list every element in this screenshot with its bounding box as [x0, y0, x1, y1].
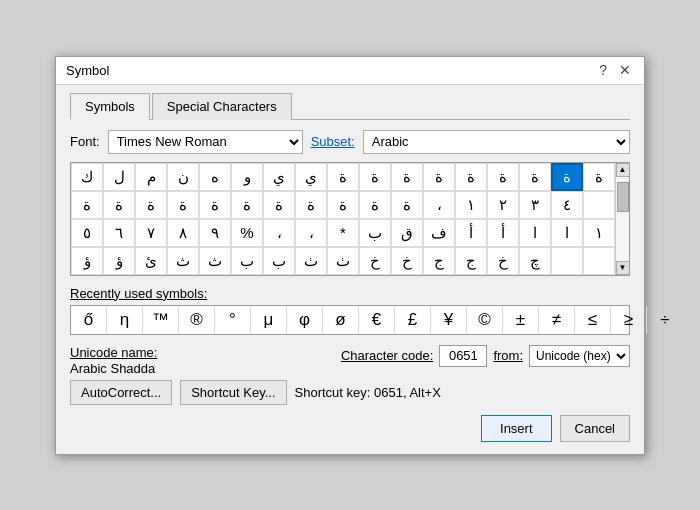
symbol-cell[interactable]: أ [487, 219, 519, 247]
shortcut-key-button[interactable]: Shortcut Key... [180, 380, 286, 405]
symbol-cell[interactable]: ١ [583, 219, 615, 247]
symbol-cell[interactable]: ق [391, 219, 423, 247]
symbol-cell[interactable]: ة [71, 191, 103, 219]
symbol-cell[interactable]: ب [231, 247, 263, 275]
symbol-cell[interactable]: خ [391, 247, 423, 275]
symbol-cell[interactable]: چ [519, 247, 551, 275]
symbol-cell[interactable]: ل [103, 163, 135, 191]
symbol-cell[interactable] [583, 191, 615, 219]
symbol-cell[interactable]: ، [423, 191, 455, 219]
symbol-cell[interactable]: ٦ [103, 219, 135, 247]
symbol-cell[interactable]: ة [391, 191, 423, 219]
symbol-cell[interactable]: % [231, 219, 263, 247]
close-button[interactable]: ✕ [616, 63, 634, 77]
symbol-cell[interactable]: ف [423, 219, 455, 247]
recent-symbol-cell[interactable]: € [359, 306, 395, 334]
recent-symbol-cell[interactable]: ™ [143, 306, 179, 334]
symbol-cell[interactable] [583, 247, 615, 275]
recent-symbol-cell[interactable]: ≤ [575, 306, 611, 334]
symbol-cell[interactable]: ة [103, 191, 135, 219]
scrollbar[interactable]: ▲ ▼ [615, 163, 629, 275]
symbol-cell[interactable]: ٥ [71, 219, 103, 247]
symbol-cell[interactable]: ة [295, 191, 327, 219]
recent-symbol-cell[interactable]: ° [215, 306, 251, 334]
recent-symbol-cell[interactable]: ő [71, 306, 107, 334]
symbol-cell[interactable]: ٢ [487, 191, 519, 219]
symbol-cell[interactable]: أ [455, 219, 487, 247]
scroll-thumb[interactable] [617, 182, 629, 212]
symbol-cell[interactable]: ة [263, 191, 295, 219]
symbol-cell[interactable]: ن [167, 163, 199, 191]
autocorrect-button[interactable]: AutoCorrect... [70, 380, 172, 405]
recent-symbol-cell[interactable]: ≠ [539, 306, 575, 334]
symbol-cell[interactable]: ب [359, 219, 391, 247]
scroll-up-arrow[interactable]: ▲ [616, 163, 630, 177]
recent-symbol-cell[interactable]: £ [395, 306, 431, 334]
symbol-cell[interactable]: ة [551, 163, 583, 191]
symbol-cell[interactable]: خ [487, 247, 519, 275]
symbol-cell[interactable]: ة [135, 191, 167, 219]
recent-symbol-cell[interactable]: ¥ [431, 306, 467, 334]
from-select[interactable]: Unicode (hex) [529, 345, 630, 367]
recent-symbol-cell[interactable]: ± [503, 306, 539, 334]
symbol-cell[interactable]: ة [583, 163, 615, 191]
symbol-cell[interactable]: ث [199, 247, 231, 275]
scroll-track[interactable] [616, 177, 629, 261]
symbol-cell[interactable]: ة [519, 163, 551, 191]
tab-symbols[interactable]: Symbols [70, 93, 150, 120]
symbol-cell[interactable]: و [231, 163, 263, 191]
symbol-cell[interactable]: ٤ [551, 191, 583, 219]
symbol-cell[interactable]: ة [391, 163, 423, 191]
symbol-cell[interactable]: ة [231, 191, 263, 219]
tab-special-characters[interactable]: Special Characters [152, 93, 292, 120]
symbol-cell[interactable]: ة [359, 163, 391, 191]
symbol-cell[interactable]: م [135, 163, 167, 191]
symbol-cell[interactable]: ج [423, 247, 455, 275]
recent-symbol-cell[interactable]: ø [323, 306, 359, 334]
symbol-cell[interactable]: ة [455, 163, 487, 191]
symbol-cell[interactable]: ؤ [71, 247, 103, 275]
symbol-cell[interactable]: ج [455, 247, 487, 275]
symbol-cell[interactable]: ة [167, 191, 199, 219]
symbol-cell[interactable] [551, 247, 583, 275]
symbol-cell[interactable]: ك [71, 163, 103, 191]
symbol-cell[interactable]: ي [263, 163, 295, 191]
symbol-cell[interactable]: ٨ [167, 219, 199, 247]
symbol-cell[interactable]: ا [551, 219, 583, 247]
symbol-cell[interactable]: ب [263, 247, 295, 275]
symbol-cell[interactable]: ه [199, 163, 231, 191]
symbol-cell[interactable]: ة [487, 163, 519, 191]
recent-symbol-cell[interactable]: ÷ [647, 306, 683, 334]
symbol-cell[interactable]: ؤ [103, 247, 135, 275]
scroll-down-arrow[interactable]: ▼ [616, 261, 630, 275]
recent-symbol-cell[interactable]: φ [287, 306, 323, 334]
symbol-cell[interactable]: ٩ [199, 219, 231, 247]
symbol-cell[interactable]: ئ [135, 247, 167, 275]
symbol-cell[interactable]: ا [519, 219, 551, 247]
recent-symbol-cell[interactable]: η [107, 306, 143, 334]
symbol-cell[interactable]: ١ [455, 191, 487, 219]
symbol-cell[interactable]: ة [327, 163, 359, 191]
symbol-cell[interactable]: ي [295, 163, 327, 191]
recent-symbol-cell[interactable]: μ [251, 306, 287, 334]
recent-symbol-cell[interactable]: ® [179, 306, 215, 334]
symbol-cell[interactable]: ٧ [135, 219, 167, 247]
subset-select[interactable]: Arabic [363, 130, 630, 154]
symbol-cell[interactable]: ة [199, 191, 231, 219]
symbol-cell[interactable]: ة [423, 163, 455, 191]
symbol-cell[interactable]: ٺ [327, 247, 359, 275]
symbol-cell[interactable]: ٺ [295, 247, 327, 275]
symbol-cell[interactable]: ة [327, 191, 359, 219]
insert-button[interactable]: Insert [481, 415, 552, 442]
cancel-button[interactable]: Cancel [560, 415, 630, 442]
symbol-cell[interactable]: خ [359, 247, 391, 275]
recent-symbol-cell[interactable]: © [467, 306, 503, 334]
symbol-cell[interactable]: ث [167, 247, 199, 275]
symbol-cell[interactable]: * [327, 219, 359, 247]
help-button[interactable]: ? [596, 63, 610, 77]
symbol-cell[interactable]: ، [295, 219, 327, 247]
font-select[interactable]: Times New Roman [108, 130, 303, 154]
symbol-cell[interactable]: ة [359, 191, 391, 219]
symbol-cell[interactable]: ، [263, 219, 295, 247]
symbol-cell[interactable]: ٣ [519, 191, 551, 219]
